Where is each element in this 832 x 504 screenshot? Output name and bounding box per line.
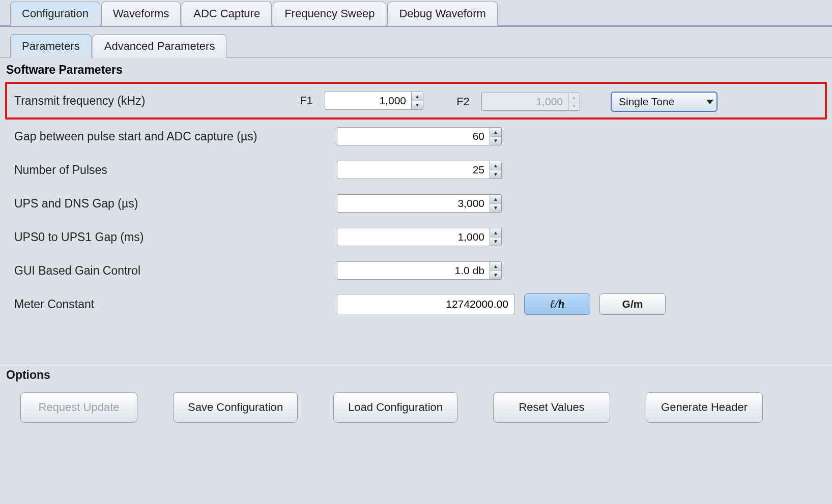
row-gain-control: GUI Based Gain Control ▲ ▼ xyxy=(5,254,827,287)
label-meter-constant: Meter Constant xyxy=(11,298,337,311)
ups0-ups1-gap-step-down[interactable]: ▼ xyxy=(490,238,501,246)
generate-header-button[interactable]: Generate Header xyxy=(646,392,763,423)
outer-tab-bar: Configuration Waveforms ADC Capture Freq… xyxy=(0,0,832,26)
f1-step-up[interactable]: ▲ xyxy=(412,92,423,101)
unit-lph-label: ℓ/h xyxy=(550,298,564,311)
tab-waveforms[interactable]: Waveforms xyxy=(101,2,181,25)
tab-configuration[interactable]: Configuration xyxy=(10,2,100,26)
load-configuration-button[interactable]: Load Configuration xyxy=(333,392,457,423)
row-ups0-ups1-gap: UPS0 to UPS1 Gap (ms) ▲ ▼ xyxy=(5,220,827,254)
num-pulses-spinner[interactable]: ▲ ▼ xyxy=(337,161,502,179)
f2-spinner: ▲ ▼ xyxy=(481,93,580,111)
reset-values-button[interactable]: Reset Values xyxy=(493,392,610,423)
gap-pulse-adc-step-down[interactable]: ▼ xyxy=(490,137,501,145)
gain-control-input[interactable] xyxy=(337,261,490,280)
ups0-ups1-gap-step-up[interactable]: ▲ xyxy=(490,228,501,238)
unit-gpm-button[interactable]: G/m xyxy=(599,293,666,315)
options-button-row: Request Update Save Configuration Load C… xyxy=(0,385,832,428)
unit-gpm-label: G/m xyxy=(622,298,643,310)
ups0-ups1-gap-input[interactable] xyxy=(337,228,490,246)
label-number-of-pulses: Number of Pulses xyxy=(11,163,337,177)
f1-spinner[interactable]: ▲ ▼ xyxy=(325,92,423,110)
ups0-ups1-gap-spinner[interactable]: ▲ ▼ xyxy=(337,228,502,246)
row-number-of-pulses: Number of Pulses ▲ ▼ xyxy=(5,153,827,187)
request-update-button: Request Update xyxy=(20,392,137,423)
ups-dns-gap-step-down[interactable]: ▼ xyxy=(490,204,501,213)
tab-advanced-parameters[interactable]: Advanced Parameters xyxy=(93,34,227,58)
tone-mode-dropdown[interactable]: Single Tone xyxy=(611,92,718,112)
ups-dns-gap-spinner[interactable]: ▲ ▼ xyxy=(337,194,502,213)
f1-input[interactable] xyxy=(325,92,411,110)
row-meter-constant: Meter Constant ℓ/h G/m xyxy=(5,287,827,321)
f2-step-up: ▲ xyxy=(568,93,580,102)
ups-dns-gap-input[interactable] xyxy=(337,194,490,213)
tab-adc-capture[interactable]: ADC Capture xyxy=(182,2,272,25)
software-parameters-heading: Software Parameters xyxy=(0,58,832,80)
tab-parameters[interactable]: Parameters xyxy=(10,34,92,58)
unit-lph-button[interactable]: ℓ/h xyxy=(524,293,590,315)
num-pulses-step-down[interactable]: ▼ xyxy=(490,170,501,179)
f1-step-down[interactable]: ▼ xyxy=(412,101,423,110)
configuration-pane: Parameters Advanced Parameters Software … xyxy=(0,26,832,428)
label-gap-pulse-adc: Gap between pulse start and ADC capture … xyxy=(11,130,337,143)
f2-input xyxy=(481,93,568,111)
gap-pulse-adc-step-up[interactable]: ▲ xyxy=(490,128,501,137)
label-ups-dns-gap: UPS and DNS Gap (µs) xyxy=(11,197,337,211)
options-heading: Options xyxy=(0,364,832,385)
parameters-panel: Transmit frequency (kHz) F1 ▲ ▼ F2 xyxy=(0,80,832,362)
inner-tab-bar: Parameters Advanced Parameters xyxy=(0,33,832,58)
gain-control-spinner[interactable]: ▲ ▼ xyxy=(337,261,502,280)
gain-control-step-up[interactable]: ▲ xyxy=(490,262,501,271)
tab-debug-waveform[interactable]: Debug Waveform xyxy=(387,2,497,25)
label-ups0-ups1-gap: UPS0 to UPS1 Gap (ms) xyxy=(11,230,337,244)
label-gain-control: GUI Based Gain Control xyxy=(11,264,337,278)
f2-label: F2 xyxy=(453,95,473,108)
gap-pulse-adc-input[interactable] xyxy=(337,127,490,145)
chevron-down-icon xyxy=(706,100,713,104)
ups-dns-gap-step-up[interactable]: ▲ xyxy=(490,195,501,204)
app-root: Configuration Waveforms ADC Capture Freq… xyxy=(0,0,832,438)
tab-frequency-sweep[interactable]: Frequency Sweep xyxy=(273,2,386,25)
save-configuration-button[interactable]: Save Configuration xyxy=(173,392,298,423)
options-section: Options Request Update Save Configuratio… xyxy=(0,364,832,428)
gain-control-step-down[interactable]: ▼ xyxy=(490,271,501,280)
row-gap-pulse-adc: Gap between pulse start and ADC capture … xyxy=(5,120,827,153)
num-pulses-step-up[interactable]: ▲ xyxy=(490,161,501,170)
f2-step-down: ▼ xyxy=(568,102,580,111)
row-ups-dns-gap: UPS and DNS Gap (µs) ▲ ▼ xyxy=(5,187,827,220)
label-transmit-frequency: Transmit frequency (kHz) xyxy=(11,94,296,108)
meter-constant-input[interactable] xyxy=(337,294,515,314)
tone-mode-selected: Single Tone xyxy=(619,96,674,108)
num-pulses-input[interactable] xyxy=(337,161,490,179)
f1-label: F1 xyxy=(296,94,317,107)
gap-pulse-adc-spinner[interactable]: ▲ ▼ xyxy=(337,127,502,145)
